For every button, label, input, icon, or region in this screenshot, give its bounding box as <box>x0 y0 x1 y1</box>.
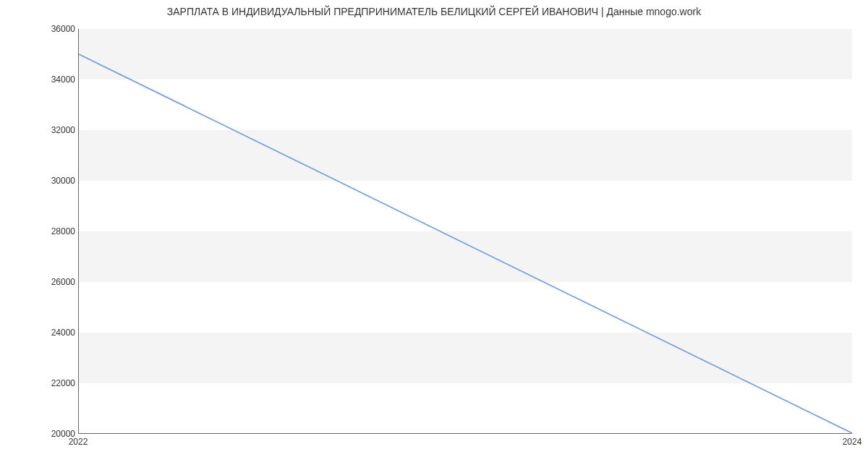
y-tick-label: 32000 <box>39 125 75 135</box>
y-tick-label: 30000 <box>39 176 75 186</box>
y-tick-label: 34000 <box>39 74 75 85</box>
y-tick-label: 26000 <box>39 277 75 287</box>
y-tick-label: 22000 <box>39 378 75 388</box>
y-tick-label: 24000 <box>39 328 75 338</box>
y-tick-label: 28000 <box>39 226 75 236</box>
x-tick-label: 2022 <box>69 437 88 447</box>
line-series <box>79 29 852 433</box>
plot-area <box>78 29 852 434</box>
chart-title: ЗАРПЛАТА В ИНДИВИДУАЛЬНЫЙ ПРЕДПРИНИМАТЕЛ… <box>0 6 868 17</box>
chart-container: ЗАРПЛАТА В ИНДИВИДУАЛЬНЫЙ ПРЕДПРИНИМАТЕЛ… <box>0 0 868 463</box>
y-tick-label: 36000 <box>39 24 75 34</box>
x-tick-label: 2024 <box>843 437 862 447</box>
